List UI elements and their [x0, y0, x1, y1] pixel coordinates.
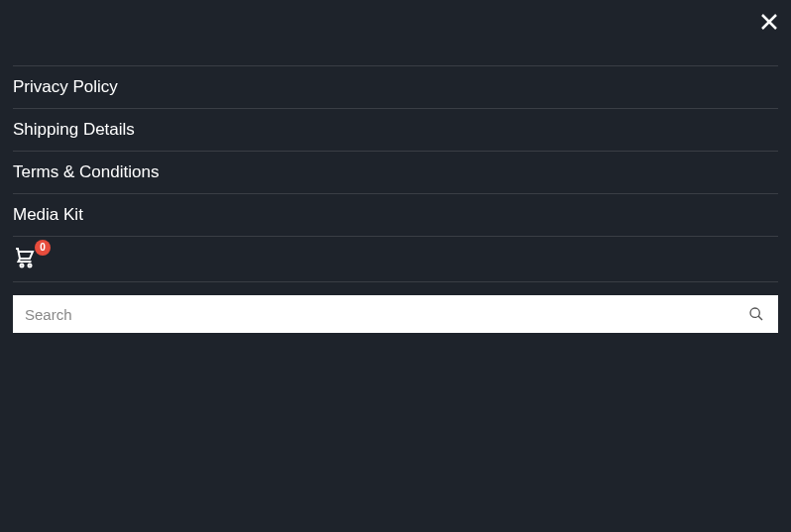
search-icon — [748, 306, 764, 322]
svg-point-4 — [750, 308, 759, 317]
cart-count-badge: 0 — [35, 240, 51, 256]
menu-item-terms-conditions[interactable]: Terms & Conditions — [13, 151, 778, 193]
menu-item-shipping-details[interactable]: Shipping Details — [13, 108, 778, 151]
svg-point-2 — [21, 265, 24, 267]
menu-item-privacy-policy[interactable]: Privacy Policy — [13, 65, 778, 108]
menu-item-label: Media Kit — [13, 205, 83, 224]
search-button[interactable] — [734, 295, 778, 333]
cart-button[interactable]: 0 — [13, 236, 778, 282]
menu-item-label: Shipping Details — [13, 120, 135, 139]
close-button[interactable] — [757, 10, 781, 34]
svg-point-3 — [29, 265, 32, 267]
cart-icon-wrapper: 0 — [13, 246, 39, 271]
menu-item-label: Privacy Policy — [13, 77, 118, 96]
menu-item-media-kit[interactable]: Media Kit — [13, 193, 778, 236]
close-icon — [760, 13, 778, 31]
search-container — [13, 295, 778, 333]
menu-item-label: Terms & Conditions — [13, 162, 159, 181]
cart-icon — [13, 246, 37, 269]
menu-container: Privacy Policy Shipping Details Terms & … — [0, 0, 791, 333]
svg-line-5 — [758, 316, 762, 320]
search-input[interactable] — [13, 295, 734, 333]
